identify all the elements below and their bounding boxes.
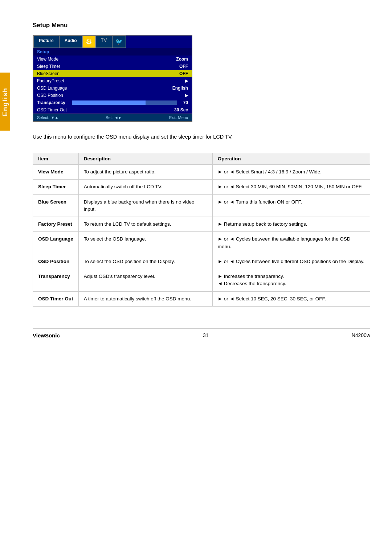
english-label: English (1, 87, 9, 116)
table-row: OSD LanguageTo select the OSD language.►… (33, 232, 370, 254)
osd-section-header: Setup (33, 48, 192, 56)
table-row: OSD Timer OutA timer to automatically sw… (33, 291, 370, 306)
osd-select-label: Select: ▼▲ (37, 115, 58, 120)
english-tab: English (0, 73, 10, 131)
table-cell-operation: ► or ◄ Select 10 SEC, 20 SEC, 30 SEC, or… (212, 291, 370, 306)
osd-row-transparency: Transparency 70 (33, 99, 192, 106)
table-cell-description: To return the LCD TV to default settings… (78, 217, 212, 232)
osd-row-osdlanguage: OSD Language English (33, 85, 192, 92)
osd-bottom-bar: Select: ▼▲ Set: ◄► Exit: Menu (33, 114, 192, 121)
table-cell-item: Transparency (33, 269, 79, 292)
feature-table: Item Description Operation View ModeTo a… (33, 153, 370, 307)
osd-row-bluescreen: BlueScreen OFF (33, 70, 192, 77)
page-title: Setup Menu (33, 22, 370, 29)
table-cell-description: To select the OSD language. (78, 232, 212, 254)
logo-bird-icon: 🐦 (115, 38, 123, 45)
osd-row-viewmode: View Mode Zoom (33, 56, 192, 63)
table-cell-item: Blue Screen (33, 194, 79, 217)
table-cell-item: OSD Position (33, 254, 79, 269)
osd-tab-picture: Picture (33, 36, 59, 48)
osd-section-label: Setup (37, 49, 49, 54)
osd-set-label: Set: ◄► (106, 115, 122, 120)
table-cell-description: Displays a blue background when there is… (78, 194, 212, 217)
table-cell-description: Automatically switch off the LCD TV. (78, 180, 212, 194)
table-cell-operation: ► Increases the transparency.◄ Decreases… (212, 269, 370, 292)
table-cell-description: Adjust OSD's transparency level. (78, 269, 212, 292)
osd-tab-setup: ⚙ (82, 36, 95, 48)
table-cell-description: To select the OSD position on the Displa… (78, 254, 212, 269)
transparency-label: Transparency (37, 100, 70, 105)
table-row: Sleep TimerAutomatically switch off the … (33, 180, 370, 194)
table-cell-description: A timer to automatically switch off the … (78, 291, 212, 306)
footer-model: N4200w (352, 332, 370, 338)
transparency-value: 70 (179, 100, 188, 105)
col-header-operation: Operation (212, 153, 370, 165)
footer-brand: ViewSonic (33, 332, 60, 338)
table-cell-operation: ► or ◄ Select Smart / 4:3 / 16:9 / Zoom … (212, 165, 370, 180)
table-header-row: Item Description Operation (33, 153, 370, 165)
osd-screenshot: Picture Audio ⚙ TV 🐦 Setup View Mode Zoo… (33, 35, 192, 122)
footer-page: 31 (203, 332, 209, 338)
table-row: View ModeTo adjust the picture aspect ra… (33, 165, 370, 180)
table-cell-item: View Mode (33, 165, 79, 180)
osd-tab-tv: TV (95, 36, 113, 48)
table-cell-item: OSD Language (33, 232, 79, 254)
table-cell-operation: ► or ◄ Select 30 MIN, 60 MIN, 90MIN, 120… (212, 180, 370, 194)
table-row: Factory PresetTo return the LCD TV to de… (33, 217, 370, 232)
page-footer: ViewSonic 31 N4200w (33, 328, 370, 342)
gear-icon: ⚙ (86, 37, 92, 46)
osd-row-factorypreset: FactoryPreset ▶ (33, 77, 192, 85)
table-cell-item: OSD Timer Out (33, 291, 79, 306)
description-paragraph: Use this menu to configure the OSD menu … (33, 133, 370, 141)
table-cell-operation: ► or ◄ Turns this function ON or OFF. (212, 194, 370, 217)
table-row: TransparencyAdjust OSD's transparency le… (33, 269, 370, 292)
osd-row-osdposition: OSD Position ▶ (33, 92, 192, 99)
table-cell-operation: ► or ◄ Cycles between five different OSD… (212, 254, 370, 269)
osd-row-timerout: OSD Timer Out 30 Sec (33, 106, 192, 114)
osd-tab-audio: Audio (59, 36, 82, 48)
table-row: Blue ScreenDisplays a blue background wh… (33, 194, 370, 217)
table-cell-description: To adjust the picture aspect ratio. (78, 165, 212, 180)
osd-tab-logo: 🐦 (112, 36, 126, 48)
table-row: OSD PositionTo select the OSD position o… (33, 254, 370, 269)
table-cell-item: Sleep Timer (33, 180, 79, 194)
table-cell-operation: ► or ◄ Cycles between the available lang… (212, 232, 370, 254)
osd-exit-label: Exit: Menu (169, 115, 188, 120)
col-header-item: Item (33, 153, 79, 165)
transparency-progress-fill (72, 100, 146, 105)
transparency-progress-bar (72, 100, 177, 105)
table-cell-item: Factory Preset (33, 217, 79, 232)
viewsonic-logo: 🐦 (115, 38, 123, 45)
osd-tab-bar: Picture Audio ⚙ TV 🐦 (33, 36, 192, 48)
col-header-description: Description (78, 153, 212, 165)
table-cell-operation: ► Returns setup back to factory settings… (212, 217, 370, 232)
osd-row-sleeptimer: Sleep Timer OFF (33, 63, 192, 70)
